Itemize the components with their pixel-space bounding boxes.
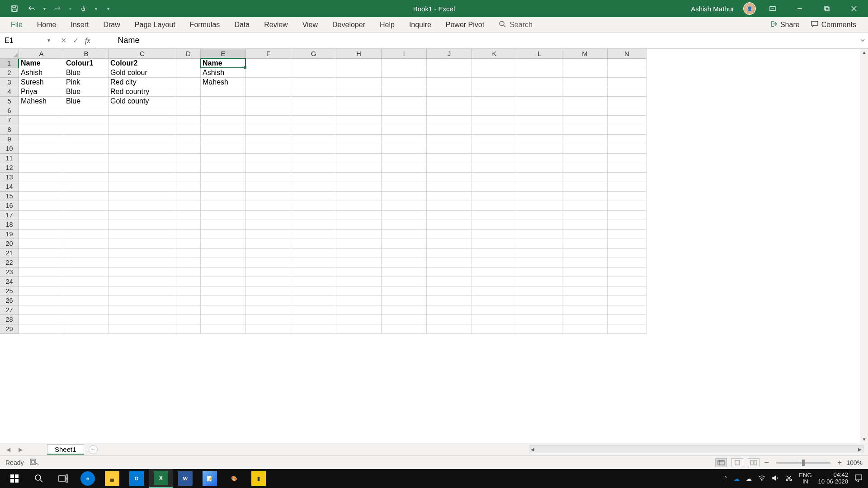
cell-H18[interactable] [336,220,382,230]
volume-icon[interactable] [772,475,779,483]
cell-E23[interactable] [201,267,246,277]
cell-G21[interactable] [291,249,336,258]
row-headers[interactable]: 1234567891011121314151617181920212223242… [0,59,19,443]
cell-B23[interactable] [64,267,108,277]
cell-M8[interactable] [562,125,608,135]
cell-M14[interactable] [562,182,608,192]
cell-A11[interactable] [19,154,64,163]
cell-G26[interactable] [291,296,336,305]
cell-B21[interactable] [64,249,108,258]
cell-K11[interactable] [472,154,517,163]
cell-D26[interactable] [176,296,201,305]
macro-recording-icon[interactable] [30,459,39,466]
row-header[interactable]: 29 [0,324,19,334]
cell-E6[interactable] [201,106,246,116]
cell-D2[interactable] [176,68,201,78]
ribbon-tab-insert[interactable]: Insert [63,17,96,32]
cell-B26[interactable] [64,296,108,305]
row-header[interactable]: 28 [0,315,19,324]
cell-I17[interactable] [382,211,427,220]
cell-I6[interactable] [382,106,427,116]
maximize-icon[interactable] [816,0,837,17]
cell-H16[interactable] [336,201,382,211]
cell-D29[interactable] [176,324,201,334]
cell-N12[interactable] [608,163,646,173]
tray-lang2[interactable]: IN [802,479,808,485]
cell-N26[interactable] [608,296,646,305]
cell-G4[interactable] [291,87,336,97]
cell-N25[interactable] [608,286,646,296]
row-header[interactable]: 15 [0,192,19,201]
cell-F1[interactable] [246,59,291,68]
row-header[interactable]: 22 [0,258,19,267]
cell-N24[interactable] [608,277,646,286]
cell-G25[interactable] [291,286,336,296]
cell-H24[interactable] [336,277,382,286]
sticky-notes-icon[interactable]: 📝 [198,469,222,488]
cell-A1[interactable]: Name [19,59,64,68]
cell-H23[interactable] [336,267,382,277]
cell-A28[interactable] [19,315,64,324]
cell-J15[interactable] [427,192,472,201]
cell-A14[interactable] [19,182,64,192]
cell-M24[interactable] [562,277,608,286]
cell-K2[interactable] [472,68,517,78]
weather-icon[interactable]: ☁ [746,475,752,482]
cell-A17[interactable] [19,211,64,220]
cell-L21[interactable] [517,249,562,258]
comments-button[interactable]: Comments [811,20,856,29]
cell-F21[interactable] [246,249,291,258]
cell-G16[interactable] [291,201,336,211]
cell-C17[interactable] [108,211,176,220]
onedrive-icon[interactable]: ☁ [734,475,740,482]
cell-N1[interactable] [608,59,646,68]
cell-A16[interactable] [19,201,64,211]
cell-C13[interactable] [108,173,176,182]
expand-formula-bar-icon[interactable] [860,37,865,45]
cell-M13[interactable] [562,173,608,182]
redo-icon[interactable] [52,3,63,14]
cell-H12[interactable] [336,163,382,173]
cell-E20[interactable] [201,239,246,249]
cell-F4[interactable] [246,87,291,97]
cell-K9[interactable] [472,135,517,144]
row-header[interactable]: 8 [0,125,19,135]
cell-I14[interactable] [382,182,427,192]
cell-K19[interactable] [472,230,517,239]
cell-N19[interactable] [608,230,646,239]
cell-B4[interactable]: Blue [64,87,108,97]
cell-E21[interactable] [201,249,246,258]
cell-J13[interactable] [427,173,472,182]
file-explorer-icon[interactable]: ▄ [100,469,124,488]
ribbon-tab-data[interactable]: Data [227,17,257,32]
cell-M27[interactable] [562,305,608,315]
cell-D14[interactable] [176,182,201,192]
cell-E15[interactable] [201,192,246,201]
row-header[interactable]: 19 [0,230,19,239]
ribbon-tab-developer[interactable]: Developer [325,17,373,32]
cell-I7[interactable] [382,116,427,125]
cell-J4[interactable] [427,87,472,97]
cell-M28[interactable] [562,315,608,324]
row-header[interactable]: 6 [0,106,19,116]
cell-K23[interactable] [472,267,517,277]
cell-C22[interactable] [108,258,176,267]
customize-qat-icon[interactable]: ▾ [107,6,109,11]
cell-G8[interactable] [291,125,336,135]
cell-I3[interactable] [382,78,427,87]
cell-G2[interactable] [291,68,336,78]
cell-A18[interactable] [19,220,64,230]
close-icon[interactable] [844,0,864,17]
row-header[interactable]: 24 [0,277,19,286]
cell-M20[interactable] [562,239,608,249]
cell-A8[interactable] [19,125,64,135]
cell-A6[interactable] [19,106,64,116]
cell-G17[interactable] [291,211,336,220]
row-header[interactable]: 5 [0,97,19,106]
cell-M19[interactable] [562,230,608,239]
cell-G1[interactable] [291,59,336,68]
cell-F18[interactable] [246,220,291,230]
ribbon-tab-help[interactable]: Help [373,17,402,32]
column-header[interactable]: B [64,49,108,59]
cell-L1[interactable] [517,59,562,68]
